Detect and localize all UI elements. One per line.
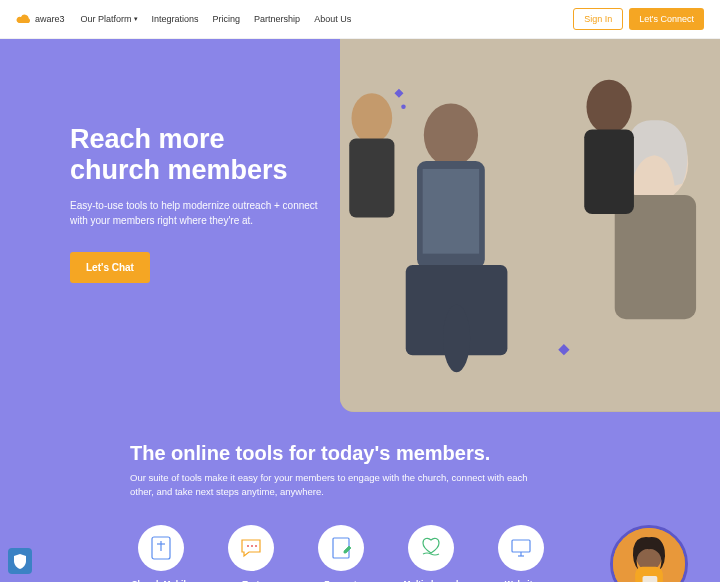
shield-icon — [13, 553, 27, 569]
header-buttons: Sign In Let's Connect — [573, 8, 704, 30]
nav-pricing[interactable]: Pricing — [213, 14, 241, 24]
connect-button[interactable]: Let's Connect — [629, 8, 704, 30]
svg-point-11 — [443, 304, 470, 372]
svg-rect-5 — [349, 138, 394, 217]
svg-point-18 — [255, 545, 257, 547]
signin-button[interactable]: Sign In — [573, 8, 623, 30]
feature-giving[interactable]: Multi-channel Giving — [400, 525, 462, 582]
feature-mobile-app[interactable]: Church Mobile App — [130, 525, 192, 582]
bible-icon — [138, 525, 184, 571]
hero-title: Reach morechurch members — [70, 124, 320, 186]
svg-rect-20 — [512, 540, 530, 552]
tools-section: The online tools for today's members. Ou… — [0, 412, 720, 582]
svg-point-17 — [251, 545, 253, 547]
section-title: The online tools for today's members. — [130, 442, 700, 465]
svg-rect-26 — [643, 576, 658, 582]
svg-rect-3 — [423, 169, 479, 254]
nav: Our Platform▾ Integrations Pricing Partn… — [81, 14, 566, 24]
header: aware3 Our Platform▾ Integrations Pricin… — [0, 0, 720, 39]
svg-point-8 — [586, 80, 631, 134]
nav-partnership[interactable]: Partnership — [254, 14, 300, 24]
cloud-icon — [16, 12, 32, 26]
logo[interactable]: aware3 — [16, 12, 65, 26]
svg-rect-9 — [584, 129, 634, 214]
svg-point-4 — [352, 93, 393, 143]
monitor-icon — [498, 525, 544, 571]
features-row: Church Mobile App Text Messaging Forms +… — [130, 525, 700, 582]
nav-integrations[interactable]: Integrations — [152, 14, 199, 24]
brand-text: aware3 — [35, 14, 65, 24]
svg-point-1 — [424, 103, 478, 166]
chat-button[interactable]: Let's Chat — [70, 252, 150, 283]
hero: Reach morechurch members Easy-to-use too… — [0, 39, 720, 412]
hero-content: Reach morechurch members Easy-to-use too… — [0, 39, 340, 412]
hero-image — [340, 39, 720, 412]
giving-icon — [408, 525, 454, 571]
avatar — [610, 525, 688, 582]
security-badge[interactable] — [8, 548, 32, 574]
chat-icon — [228, 525, 274, 571]
feature-forms[interactable]: Forms + Registrations — [310, 525, 372, 582]
chevron-down-icon: ▾ — [134, 15, 138, 23]
svg-point-12 — [401, 105, 406, 110]
nav-about[interactable]: About Us — [314, 14, 351, 24]
form-icon — [318, 525, 364, 571]
nav-platform[interactable]: Our Platform▾ — [81, 14, 138, 24]
section-subtitle: Our suite of tools make it easy for your… — [130, 471, 550, 500]
feature-text-messaging[interactable]: Text Messaging — [220, 525, 282, 582]
hero-subtitle: Easy-to-use tools to help modernize outr… — [70, 198, 320, 228]
svg-point-16 — [247, 545, 249, 547]
feature-website[interactable]: Website — [490, 525, 552, 582]
